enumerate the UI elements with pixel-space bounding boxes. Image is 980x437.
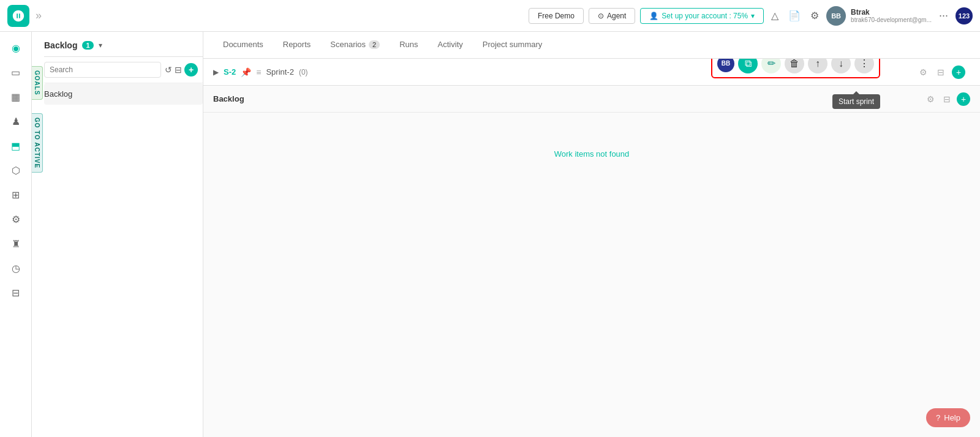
sprint-add-button[interactable]: + — [952, 65, 965, 79]
sprint-name: Sprint-2 — [266, 67, 294, 77]
left-sidebar: ◉ ▭ ▦ ♟ ⬒ ⬡ ⊞ ⚙ ♜ ◷ ⊟ — [0, 32, 32, 437]
sidebar-item-tv[interactable]: ▭ — [5, 61, 27, 83]
project-title: Backlog — [44, 40, 77, 50]
topbar: » Free Demo ⊙ Agent 👤 Set up your accoun… — [0, 0, 980, 32]
sidebar-item-backlog[interactable]: Backlog — [44, 83, 203, 105]
project-badge: 1 — [82, 41, 93, 50]
filter-icon[interactable]: ⊟ — [175, 65, 182, 75]
topbar-actions: Free Demo ⊙ Agent 👤 Set up your account … — [529, 6, 973, 26]
edit-sprint-button[interactable]: ✏ — [761, 59, 781, 73]
project-dropdown-icon[interactable]: ▾ — [99, 41, 102, 50]
sprint-count: (0) — [299, 68, 308, 77]
app-logo — [7, 5, 29, 27]
reset-search-icon[interactable]: ↺ — [165, 65, 172, 75]
backlog-filter-btn[interactable]: ⊟ — [941, 93, 953, 105]
sprint-pin-icon: 📌 — [241, 67, 251, 77]
tab-scenarios[interactable]: Scenarios 2 — [320, 32, 390, 58]
more-button[interactable]: ··· — [937, 9, 951, 22]
tab-documents[interactable]: Documents — [213, 32, 273, 58]
agent-icon: ⊙ — [598, 12, 604, 20]
sidebar-item-user[interactable]: ♟ — [5, 110, 27, 132]
more-sprint-button[interactable]: ⋮ — [854, 59, 874, 73]
user-icon: 👤 — [649, 12, 658, 20]
chevron-down-icon: ▾ — [751, 12, 755, 20]
tab-reports[interactable]: Reports — [273, 32, 321, 58]
add-item-button[interactable]: + — [184, 63, 198, 77]
nav-tabs: Documents Reports Scenarios 2 Runs Activ… — [203, 32, 980, 59]
sprint-filter-btn[interactable]: ⚙ — [917, 66, 930, 78]
notification-badge[interactable]: 123 — [956, 7, 973, 24]
scenarios-badge: 2 — [369, 40, 380, 49]
search-bar: ↺ ⊟ + — [44, 57, 203, 83]
sprint-highlight-box: BB ⧉ ✏ 🗑 ↑ ↓ ⋮ — [711, 59, 880, 78]
sprint-menu-icon[interactable]: ≡ — [256, 67, 261, 77]
collapse-button[interactable]: » — [36, 9, 42, 22]
project-sidebar: Backlog 1 ▾ ↺ ⊟ + Backlog — [32, 32, 203, 437]
content-area: Documents Reports Scenarios 2 Runs Activ… — [203, 32, 980, 437]
user-email: btrak670-development@gm... — [851, 17, 932, 23]
user-info: Btrak btrak670-development@gm... — [851, 8, 932, 23]
setup-account-button[interactable]: 👤 Set up your account : 75% ▾ — [640, 8, 764, 24]
sprint-header: ▶ S-2 📌 ≡ Sprint-2 (0) BB ⧉ ✏ 🗑 — [203, 59, 980, 86]
tab-project-summary[interactable]: Project summary — [473, 32, 552, 58]
tab-runs[interactable]: Runs — [390, 32, 428, 58]
start-sprint-tooltip: Start sprint — [832, 94, 880, 109]
sidebar-item-settings[interactable]: ⚙ — [5, 208, 27, 230]
active-banner[interactable]: Go to active — [32, 113, 43, 173]
sprint-id[interactable]: S-2 — [224, 67, 236, 77]
sprint-area: ▶ S-2 📌 ≡ Sprint-2 (0) BB ⧉ ✏ 🗑 — [203, 59, 980, 437]
sprint-avatar: BB — [717, 59, 734, 72]
sidebar-item-team[interactable]: ⬡ — [5, 159, 27, 181]
sidebar-item-calendar[interactable]: ▦ — [5, 86, 27, 108]
avatar[interactable]: BB — [826, 6, 846, 26]
download-sprint-button[interactable]: ↓ — [831, 59, 851, 73]
agent-button[interactable]: ⊙ Agent — [589, 8, 635, 24]
document-icon[interactable]: 📄 — [786, 7, 803, 24]
backlog-settings-btn[interactable]: ⚙ — [924, 93, 937, 105]
settings-icon[interactable]: ⚙ — [808, 7, 821, 24]
copy-sprint-button[interactable]: ⧉ — [738, 59, 758, 73]
project-header: Backlog 1 ▾ — [44, 32, 203, 57]
empty-state: Work items not found — [203, 113, 980, 195]
sidebar-item-clock[interactable]: ◷ — [5, 257, 27, 279]
sidebar-item-org[interactable]: ⊞ — [5, 184, 27, 206]
backlog-title: Backlog — [213, 94, 244, 103]
goals-banner[interactable]: Goals — [32, 66, 43, 100]
user-name: Btrak — [851, 8, 932, 17]
alert-icon[interactable]: △ — [769, 7, 781, 24]
sidebar-item-dashboard[interactable]: ◉ — [5, 37, 27, 59]
tab-activity[interactable]: Activity — [428, 32, 473, 58]
help-button[interactable]: ? Help — [926, 408, 970, 427]
sidebar-item-profile[interactable]: ♜ — [5, 233, 27, 255]
main-layout: ◉ ▭ ▦ ♟ ⬒ ⬡ ⊞ ⚙ ♜ ◷ ⊟ Goals Go to active… — [0, 32, 980, 437]
upload-sprint-button[interactable]: ↑ — [808, 59, 827, 73]
backlog-add-button[interactable]: + — [957, 92, 970, 106]
sprint-settings-btn[interactable]: ⊟ — [935, 66, 947, 78]
sprint-expand-icon[interactable]: ▶ — [213, 68, 219, 77]
search-input[interactable] — [44, 62, 161, 78]
delete-sprint-button[interactable]: 🗑 — [785, 59, 804, 73]
help-icon: ? — [936, 413, 940, 422]
sidebar-item-report[interactable]: ⊟ — [5, 282, 27, 304]
sidebar-item-briefcase[interactable]: ⬒ — [5, 135, 27, 157]
free-demo-button[interactable]: Free Demo — [529, 8, 584, 24]
